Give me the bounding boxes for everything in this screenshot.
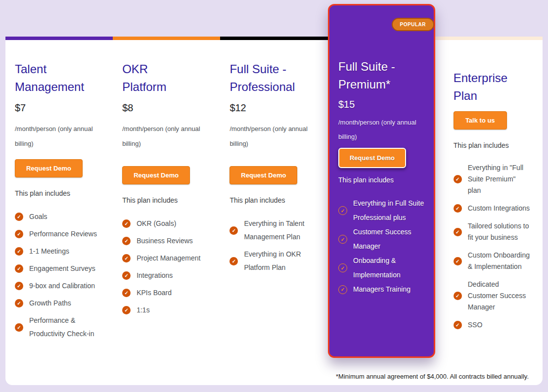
plan-price: $7 xyxy=(15,102,108,114)
feature-item: ✓ KPIs Board xyxy=(122,286,215,300)
plan-price: $8 xyxy=(122,102,215,114)
billing-note: /month/person (only annual billing) xyxy=(15,122,94,151)
request-demo-button[interactable]: Request Demo xyxy=(122,166,190,184)
plan-column-okr-platform: OKR Platform $8 /month/person (only annu… xyxy=(113,40,220,385)
check-icon: ✓ xyxy=(454,175,462,183)
feature-item: ✓ Managers Training xyxy=(338,282,425,297)
check-icon: ✓ xyxy=(15,247,23,256)
feature-item: ✓ Business Reviews xyxy=(122,234,215,248)
check-circle-outline-icon: ✓ xyxy=(338,285,347,294)
feature-label: Integrations xyxy=(137,269,173,282)
check-icon: ✓ xyxy=(15,282,23,290)
plan-title: Full Suite - Professional xyxy=(229,60,295,96)
feature-list: ✓ Goals ✓ Performance Reviews ✓ 1-1 Meet… xyxy=(15,210,108,341)
feature-item: ✓ Everything in OKR Platform Plan xyxy=(229,248,322,274)
accent-bars xyxy=(5,37,543,40)
feature-item: ✓ Custom Onboarding & Implementation xyxy=(454,250,538,272)
feature-item: ✓ Custom Integrations xyxy=(454,203,538,214)
feature-list: ✓ Everything in "Full Suite Premium" pla… xyxy=(454,162,538,331)
feature-item: ✓ 9-box and Calibration xyxy=(15,279,108,293)
feature-label: Custom Integrations xyxy=(468,203,530,214)
plan-column-enterprise: Enterprise Plan Talk to us This plan inc… xyxy=(435,40,543,385)
check-circle-outline-icon: ✓ xyxy=(338,263,347,272)
feature-item: ✓ Performance & Productivity Check-in xyxy=(15,314,108,341)
feature-label: Everything in Talent Management Plan xyxy=(244,217,318,244)
feature-label: Everything in "Full Suite Premium" plan xyxy=(468,162,530,196)
plan-price: $15 xyxy=(338,99,425,110)
feature-item: ✓ OKR (Goals) xyxy=(122,217,215,230)
check-icon: ✓ xyxy=(454,257,462,265)
check-circle-outline-icon: ✓ xyxy=(338,206,347,215)
includes-label: This plan includes xyxy=(229,196,322,204)
feature-item: ✓ SSO xyxy=(454,319,538,331)
check-icon: ✓ xyxy=(454,228,462,236)
feature-item: ✓ Project Management xyxy=(122,252,215,265)
feature-label: Business Reviews xyxy=(137,234,193,248)
plan-column-talent-management: Talent Management $7 /month/person (only… xyxy=(5,40,113,385)
plan-price: $12 xyxy=(229,102,322,114)
check-icon: ✓ xyxy=(229,257,238,265)
feature-item: ✓ Everything in Full Suite Professional … xyxy=(338,196,425,225)
feature-item: ✓ Growth Paths xyxy=(15,297,108,310)
feature-item: ✓ Engagement Surveys xyxy=(15,262,108,275)
feature-label: Growth Paths xyxy=(29,297,71,310)
request-demo-button[interactable]: Request Demo xyxy=(338,148,406,168)
popular-badge: POPULAR xyxy=(392,18,434,31)
feature-item: ✓ Everything in Talent Management Plan xyxy=(229,217,322,244)
includes-label: This plan includes xyxy=(338,176,425,184)
check-icon: ✓ xyxy=(122,254,131,262)
feature-list: ✓ Everything in Talent Management Plan ✓… xyxy=(229,217,322,274)
feature-item: ✓ Everything in "Full Suite Premium" pla… xyxy=(454,162,538,196)
check-circle-outline-icon: ✓ xyxy=(338,235,347,244)
footnote: *Minimum annual agreement of $4,000. All… xyxy=(336,373,529,380)
plan-card-full-suite-premium: POPULAR Full Suite - Premium* $15 /month… xyxy=(328,4,435,358)
feature-label: Project Management xyxy=(137,252,200,265)
feature-label: 9-box and Calibration xyxy=(29,279,95,293)
feature-label: Customer Success Manager xyxy=(353,225,425,254)
feature-item: ✓ 1-1 Meetings xyxy=(15,245,108,258)
check-icon: ✓ xyxy=(122,237,131,245)
check-icon: ✓ xyxy=(122,271,131,280)
feature-item: ✓ Performance Reviews xyxy=(15,227,108,241)
feature-label: Engagement Surveys xyxy=(29,262,95,275)
feature-label: Performance & Productivity Check-in xyxy=(29,314,108,341)
accent-bar-enterprise xyxy=(435,37,543,40)
includes-label: This plan includes xyxy=(15,189,108,197)
accent-bar-professional xyxy=(220,37,327,40)
feature-label: KPIs Board xyxy=(137,286,172,300)
check-icon: ✓ xyxy=(122,219,131,228)
includes-label: This plan includes xyxy=(454,141,538,149)
feature-label: Managers Training xyxy=(353,282,411,297)
check-icon: ✓ xyxy=(15,264,23,273)
feature-label: Onboarding & Implementation xyxy=(353,254,425,282)
feature-list: ✓ Everything in Full Suite Professional … xyxy=(338,196,425,297)
plan-title: Talent Management xyxy=(15,60,80,96)
feature-list: ✓ OKR (Goals) ✓ Business Reviews ✓ Proje… xyxy=(122,217,215,317)
check-icon: ✓ xyxy=(454,292,462,300)
plan-title: Enterprise Plan xyxy=(454,69,519,105)
billing-note: /month/person (only annual billing) xyxy=(338,115,417,144)
feature-label: Dedicated Customer Success Manager xyxy=(468,279,530,313)
check-icon: ✓ xyxy=(122,289,131,297)
request-demo-button[interactable]: Request Demo xyxy=(229,166,297,184)
feature-item: ✓ Dedicated Customer Success Manager xyxy=(454,279,538,313)
feature-label: Goals xyxy=(29,210,47,223)
feature-label: Everything in Full Suite Professional pl… xyxy=(353,196,425,225)
talk-to-us-button[interactable]: Talk to us xyxy=(454,111,507,130)
feature-label: OKR (Goals) xyxy=(137,217,176,230)
billing-note: /month/person (only annual billing) xyxy=(229,122,309,151)
feature-label: 1:1s xyxy=(137,304,149,317)
feature-item: ✓ Integrations xyxy=(122,269,215,282)
includes-label: This plan includes xyxy=(122,196,215,204)
request-demo-button[interactable]: Request Demo xyxy=(15,159,83,177)
check-icon: ✓ xyxy=(15,230,23,238)
feature-label: Everything in OKR Platform Plan xyxy=(244,248,318,274)
check-icon: ✓ xyxy=(15,213,23,221)
plan-column-full-suite-professional: Full Suite - Professional $12 /month/per… xyxy=(220,40,327,385)
feature-label: 1-1 Meetings xyxy=(29,245,69,258)
feature-item: ✓ Tailored solutions to fit your busines… xyxy=(454,220,538,243)
plan-title: OKR Platform xyxy=(122,60,187,96)
pricing-table: Talent Management $7 /month/person (only… xyxy=(5,40,543,385)
accent-bar-talent xyxy=(5,37,113,40)
feature-item: ✓ Goals xyxy=(15,210,108,223)
